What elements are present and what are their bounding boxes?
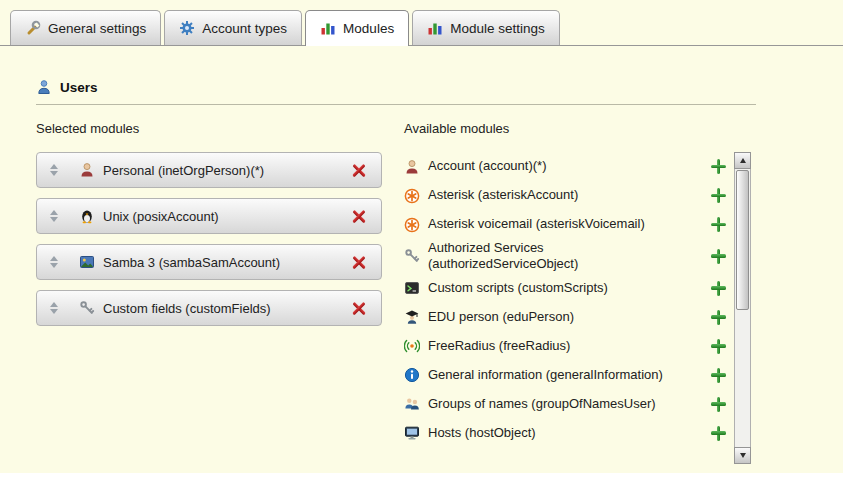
drag-handle-icon[interactable] (49, 210, 59, 222)
bar-chart-icon (320, 20, 336, 36)
add-module-button[interactable] (711, 368, 726, 383)
selected-module-row[interactable]: Personal (inetOrgPerson)(*) (36, 152, 382, 188)
remove-module-button[interactable] (351, 254, 367, 270)
section-title: Users (60, 80, 98, 95)
available-modules-list: Account (account)(*) Asterisk (asteriskA… (404, 152, 734, 464)
keys-icon (79, 300, 95, 316)
tab-account-types[interactable]: Account types (164, 10, 302, 45)
drag-handle-icon[interactable] (49, 302, 59, 314)
remove-module-button[interactable] (351, 162, 367, 178)
samba-icon (79, 254, 95, 270)
keys-icon (404, 248, 420, 264)
add-module-button[interactable] (711, 426, 726, 441)
tab-module-settings[interactable]: Module settings (412, 10, 560, 45)
tab-general-settings[interactable]: General settings (10, 10, 161, 45)
scrollbar-thumb[interactable] (736, 170, 749, 310)
gear-icon (179, 20, 195, 36)
person-icon (404, 159, 420, 175)
module-label: FreeRadius (freeRadius) (428, 338, 686, 354)
module-label: Custom fields (customFields) (103, 301, 271, 316)
available-module-row: General information (generalInformation) (404, 361, 734, 390)
drag-handle-icon[interactable] (49, 256, 59, 268)
available-module-row: Custom scripts (customScripts) (404, 274, 734, 303)
remove-module-button[interactable] (351, 208, 367, 224)
wrench-icon (25, 20, 41, 36)
add-module-button[interactable] (711, 339, 726, 354)
edu-person-icon (404, 309, 420, 325)
available-module-row: FreeRadius (freeRadius) (404, 332, 734, 361)
tab-label: General settings (48, 21, 146, 36)
tab-modules[interactable]: Modules (305, 10, 409, 46)
asterisk-icon (404, 217, 420, 233)
available-module-row: Asterisk voicemail (asteriskVoicemail) (404, 210, 734, 239)
selected-module-row[interactable]: Unix (posixAccount) (36, 198, 382, 234)
triangle-up-icon (740, 158, 746, 163)
module-label: General information (generalInformation) (428, 367, 686, 383)
group-icon (404, 396, 420, 412)
tab-bar: General settings Account types Modules M… (0, 0, 843, 46)
triangle-down-icon (740, 453, 746, 458)
available-modules-column: Available modules Account (account)(*) A… (404, 121, 756, 464)
module-label: Hosts (hostObject) (428, 425, 686, 441)
module-label: Asterisk (asteriskAccount) (428, 187, 686, 203)
tab-label: Modules (343, 21, 394, 36)
selected-modules-heading: Selected modules (36, 121, 382, 136)
available-modules-list-wrap: Account (account)(*) Asterisk (asteriskA… (404, 152, 756, 464)
module-label: EDU person (eduPerson) (428, 309, 686, 325)
add-module-button[interactable] (711, 281, 726, 296)
add-module-button[interactable] (711, 249, 726, 264)
available-module-row: EDU person (eduPerson) (404, 303, 734, 332)
module-label: Custom scripts (customScripts) (428, 280, 686, 296)
scrollbar[interactable] (734, 152, 751, 464)
scroll-down-button[interactable] (734, 447, 751, 464)
lam-configuration-page: General settings Account types Modules M… (0, 0, 843, 482)
asterisk-icon (404, 188, 420, 204)
module-label: Samba 3 (sambaSamAccount) (103, 255, 280, 270)
person-icon (79, 162, 95, 178)
add-module-button[interactable] (711, 159, 726, 174)
bar-chart-icon (427, 20, 443, 36)
add-module-button[interactable] (711, 188, 726, 203)
remove-module-button[interactable] (351, 300, 367, 316)
module-label: Groups of names (groupOfNamesUser) (428, 396, 686, 412)
available-module-row: Account (account)(*) (404, 152, 734, 181)
available-module-row: Asterisk (asteriskAccount) (404, 181, 734, 210)
tab-label: Module settings (450, 21, 545, 36)
module-label: Unix (posixAccount) (103, 209, 219, 224)
drag-handle-icon[interactable] (49, 164, 59, 176)
tux-icon (79, 208, 95, 224)
add-module-button[interactable] (711, 217, 726, 232)
available-modules-heading: Available modules (404, 121, 756, 136)
available-module-row: Authorized Services (authorizedServiceOb… (404, 239, 734, 274)
module-label: Personal (inetOrgPerson)(*) (103, 163, 264, 178)
module-label: Asterisk voicemail (asteriskVoicemail) (428, 216, 686, 232)
available-module-row: Hosts (hostObject) (404, 419, 734, 448)
users-section-header: Users (36, 79, 756, 105)
main-panel: General settings Account types Modules M… (0, 0, 843, 473)
module-label: Account (account)(*) (428, 158, 686, 174)
available-module-row: Groups of names (groupOfNamesUser) (404, 390, 734, 419)
modules-columns: Selected modules Personal (inetOrgPerson… (36, 121, 843, 464)
radius-icon (404, 338, 420, 354)
selected-modules-column: Selected modules Personal (inetOrgPerson… (36, 121, 382, 464)
module-label: Authorized Services (authorizedServiceOb… (428, 240, 686, 273)
selected-module-row[interactable]: Samba 3 (sambaSamAccount) (36, 244, 382, 280)
scroll-up-button[interactable] (734, 152, 751, 169)
host-icon (404, 425, 420, 441)
tab-label: Account types (202, 21, 287, 36)
info-icon (404, 367, 420, 383)
selected-module-row[interactable]: Custom fields (customFields) (36, 290, 382, 326)
add-module-button[interactable] (711, 310, 726, 325)
modules-tab-content: Users Selected modules Personal (inetOrg… (0, 46, 843, 464)
terminal-icon (404, 280, 420, 296)
user-icon (36, 79, 52, 95)
add-module-button[interactable] (711, 397, 726, 412)
